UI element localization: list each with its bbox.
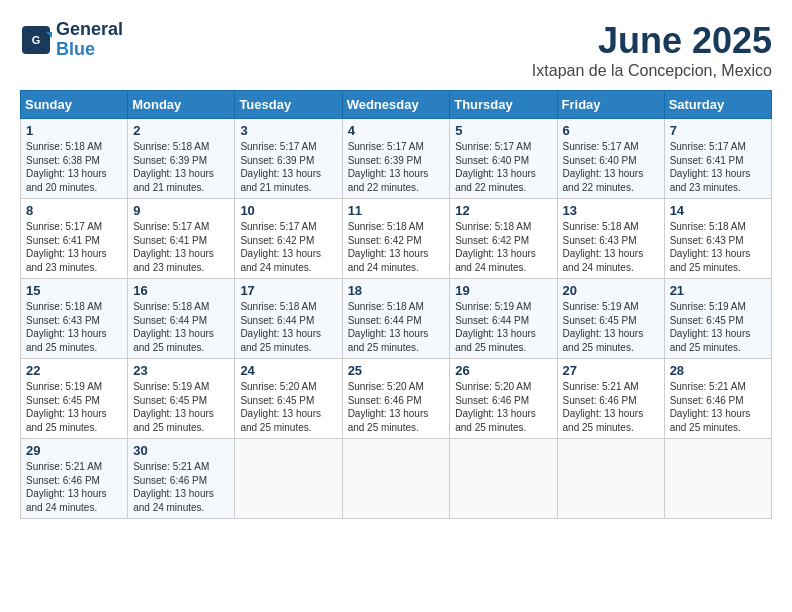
cell-info: Sunrise: 5:18 AM Sunset: 6:43 PM Dayligh… (26, 300, 122, 354)
calendar-cell (342, 439, 450, 519)
cell-info: Sunrise: 5:21 AM Sunset: 6:46 PM Dayligh… (563, 380, 659, 434)
cell-info: Sunrise: 5:18 AM Sunset: 6:43 PM Dayligh… (670, 220, 766, 274)
calendar-cell: 10Sunrise: 5:17 AM Sunset: 6:42 PM Dayli… (235, 199, 342, 279)
day-number: 13 (563, 203, 659, 218)
cell-info: Sunrise: 5:18 AM Sunset: 6:39 PM Dayligh… (133, 140, 229, 194)
cell-info: Sunrise: 5:19 AM Sunset: 6:45 PM Dayligh… (133, 380, 229, 434)
cell-info: Sunrise: 5:18 AM Sunset: 6:43 PM Dayligh… (563, 220, 659, 274)
header-monday: Monday (128, 91, 235, 119)
day-number: 17 (240, 283, 336, 298)
calendar-cell: 30Sunrise: 5:21 AM Sunset: 6:46 PM Dayli… (128, 439, 235, 519)
cell-info: Sunrise: 5:17 AM Sunset: 6:40 PM Dayligh… (455, 140, 551, 194)
day-number: 11 (348, 203, 445, 218)
calendar-cell: 9Sunrise: 5:17 AM Sunset: 6:41 PM Daylig… (128, 199, 235, 279)
calendar-week-row: 1Sunrise: 5:18 AM Sunset: 6:38 PM Daylig… (21, 119, 772, 199)
day-number: 7 (670, 123, 766, 138)
calendar-cell: 2Sunrise: 5:18 AM Sunset: 6:39 PM Daylig… (128, 119, 235, 199)
header-thursday: Thursday (450, 91, 557, 119)
calendar-week-row: 29Sunrise: 5:21 AM Sunset: 6:46 PM Dayli… (21, 439, 772, 519)
day-number: 4 (348, 123, 445, 138)
logo-line1: General (56, 20, 123, 40)
calendar-cell: 27Sunrise: 5:21 AM Sunset: 6:46 PM Dayli… (557, 359, 664, 439)
month-title: June 2025 (532, 20, 772, 62)
cell-info: Sunrise: 5:21 AM Sunset: 6:46 PM Dayligh… (26, 460, 122, 514)
calendar-table: Sunday Monday Tuesday Wednesday Thursday… (20, 90, 772, 519)
day-number: 30 (133, 443, 229, 458)
cell-info: Sunrise: 5:17 AM Sunset: 6:41 PM Dayligh… (133, 220, 229, 274)
cell-info: Sunrise: 5:19 AM Sunset: 6:44 PM Dayligh… (455, 300, 551, 354)
calendar-cell: 11Sunrise: 5:18 AM Sunset: 6:42 PM Dayli… (342, 199, 450, 279)
calendar-cell: 3Sunrise: 5:17 AM Sunset: 6:39 PM Daylig… (235, 119, 342, 199)
cell-info: Sunrise: 5:17 AM Sunset: 6:42 PM Dayligh… (240, 220, 336, 274)
calendar-cell: 29Sunrise: 5:21 AM Sunset: 6:46 PM Dayli… (21, 439, 128, 519)
calendar-cell: 26Sunrise: 5:20 AM Sunset: 6:46 PM Dayli… (450, 359, 557, 439)
svg-text:G: G (32, 34, 41, 46)
cell-info: Sunrise: 5:18 AM Sunset: 6:44 PM Dayligh… (348, 300, 445, 354)
day-number: 28 (670, 363, 766, 378)
day-number: 26 (455, 363, 551, 378)
day-number: 10 (240, 203, 336, 218)
day-number: 5 (455, 123, 551, 138)
calendar-cell: 12Sunrise: 5:18 AM Sunset: 6:42 PM Dayli… (450, 199, 557, 279)
day-number: 16 (133, 283, 229, 298)
cell-info: Sunrise: 5:20 AM Sunset: 6:46 PM Dayligh… (455, 380, 551, 434)
calendar-cell: 24Sunrise: 5:20 AM Sunset: 6:45 PM Dayli… (235, 359, 342, 439)
header-wednesday: Wednesday (342, 91, 450, 119)
calendar-cell: 8Sunrise: 5:17 AM Sunset: 6:41 PM Daylig… (21, 199, 128, 279)
calendar-cell: 23Sunrise: 5:19 AM Sunset: 6:45 PM Dayli… (128, 359, 235, 439)
day-number: 9 (133, 203, 229, 218)
calendar-cell: 19Sunrise: 5:19 AM Sunset: 6:44 PM Dayli… (450, 279, 557, 359)
title-area: June 2025 Ixtapan de la Concepcion, Mexi… (532, 20, 772, 80)
calendar-cell: 16Sunrise: 5:18 AM Sunset: 6:44 PM Dayli… (128, 279, 235, 359)
cell-info: Sunrise: 5:18 AM Sunset: 6:38 PM Dayligh… (26, 140, 122, 194)
day-number: 12 (455, 203, 551, 218)
calendar-header-row: Sunday Monday Tuesday Wednesday Thursday… (21, 91, 772, 119)
calendar-cell: 14Sunrise: 5:18 AM Sunset: 6:43 PM Dayli… (664, 199, 771, 279)
day-number: 2 (133, 123, 229, 138)
day-number: 3 (240, 123, 336, 138)
calendar-week-row: 8Sunrise: 5:17 AM Sunset: 6:41 PM Daylig… (21, 199, 772, 279)
calendar-cell: 25Sunrise: 5:20 AM Sunset: 6:46 PM Dayli… (342, 359, 450, 439)
day-number: 23 (133, 363, 229, 378)
cell-info: Sunrise: 5:18 AM Sunset: 6:44 PM Dayligh… (133, 300, 229, 354)
cell-info: Sunrise: 5:18 AM Sunset: 6:44 PM Dayligh… (240, 300, 336, 354)
calendar-cell: 21Sunrise: 5:19 AM Sunset: 6:45 PM Dayli… (664, 279, 771, 359)
header-saturday: Saturday (664, 91, 771, 119)
cell-info: Sunrise: 5:18 AM Sunset: 6:42 PM Dayligh… (455, 220, 551, 274)
cell-info: Sunrise: 5:17 AM Sunset: 6:41 PM Dayligh… (670, 140, 766, 194)
calendar-cell: 1Sunrise: 5:18 AM Sunset: 6:38 PM Daylig… (21, 119, 128, 199)
calendar-cell (450, 439, 557, 519)
calendar-cell: 13Sunrise: 5:18 AM Sunset: 6:43 PM Dayli… (557, 199, 664, 279)
header-tuesday: Tuesday (235, 91, 342, 119)
calendar-cell: 22Sunrise: 5:19 AM Sunset: 6:45 PM Dayli… (21, 359, 128, 439)
calendar-cell: 7Sunrise: 5:17 AM Sunset: 6:41 PM Daylig… (664, 119, 771, 199)
cell-info: Sunrise: 5:17 AM Sunset: 6:41 PM Dayligh… (26, 220, 122, 274)
day-number: 1 (26, 123, 122, 138)
logo: G General Blue (20, 20, 123, 60)
calendar-cell: 28Sunrise: 5:21 AM Sunset: 6:46 PM Dayli… (664, 359, 771, 439)
page-header: G General Blue June 2025 Ixtapan de la C… (20, 20, 772, 80)
cell-info: Sunrise: 5:19 AM Sunset: 6:45 PM Dayligh… (26, 380, 122, 434)
cell-info: Sunrise: 5:20 AM Sunset: 6:46 PM Dayligh… (348, 380, 445, 434)
cell-info: Sunrise: 5:17 AM Sunset: 6:39 PM Dayligh… (348, 140, 445, 194)
day-number: 14 (670, 203, 766, 218)
day-number: 8 (26, 203, 122, 218)
cell-info: Sunrise: 5:18 AM Sunset: 6:42 PM Dayligh… (348, 220, 445, 274)
calendar-cell (664, 439, 771, 519)
day-number: 22 (26, 363, 122, 378)
cell-info: Sunrise: 5:21 AM Sunset: 6:46 PM Dayligh… (670, 380, 766, 434)
calendar-cell: 17Sunrise: 5:18 AM Sunset: 6:44 PM Dayli… (235, 279, 342, 359)
day-number: 27 (563, 363, 659, 378)
calendar-cell: 4Sunrise: 5:17 AM Sunset: 6:39 PM Daylig… (342, 119, 450, 199)
cell-info: Sunrise: 5:20 AM Sunset: 6:45 PM Dayligh… (240, 380, 336, 434)
day-number: 20 (563, 283, 659, 298)
cell-info: Sunrise: 5:19 AM Sunset: 6:45 PM Dayligh… (670, 300, 766, 354)
logo-line2: Blue (56, 40, 123, 60)
calendar-cell: 15Sunrise: 5:18 AM Sunset: 6:43 PM Dayli… (21, 279, 128, 359)
day-number: 15 (26, 283, 122, 298)
cell-info: Sunrise: 5:21 AM Sunset: 6:46 PM Dayligh… (133, 460, 229, 514)
calendar-cell (557, 439, 664, 519)
day-number: 6 (563, 123, 659, 138)
day-number: 25 (348, 363, 445, 378)
day-number: 18 (348, 283, 445, 298)
